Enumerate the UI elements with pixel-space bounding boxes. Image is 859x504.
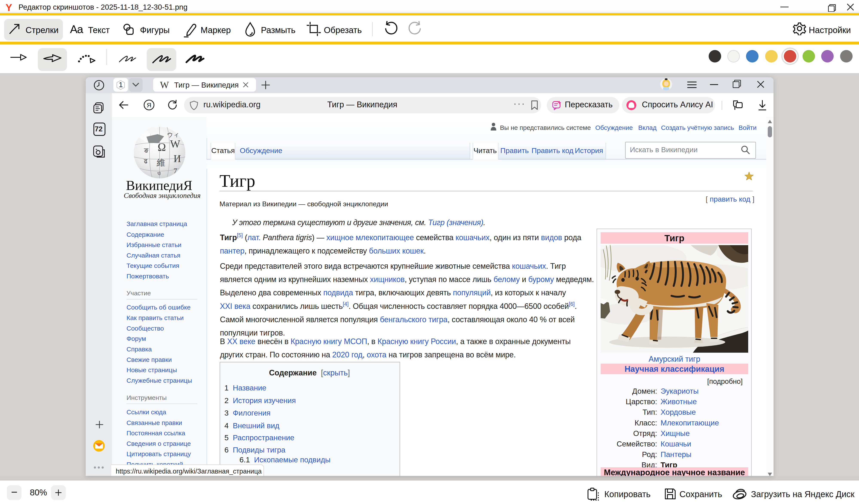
svg-text:Я: Я	[147, 102, 151, 109]
svg-text:W: W	[170, 138, 180, 150]
svg-text:7: 7	[174, 167, 177, 175]
svg-text:ウィ: ウィ	[167, 131, 179, 138]
svg-text:ङ: ङ	[144, 147, 149, 154]
svg-text:И: И	[174, 153, 181, 164]
svg-text:ढ: ढ	[144, 157, 148, 165]
svg-text:維: 維	[156, 158, 165, 167]
svg-text:ও: ও	[157, 170, 161, 177]
svg-text:Ω: Ω	[157, 141, 166, 153]
